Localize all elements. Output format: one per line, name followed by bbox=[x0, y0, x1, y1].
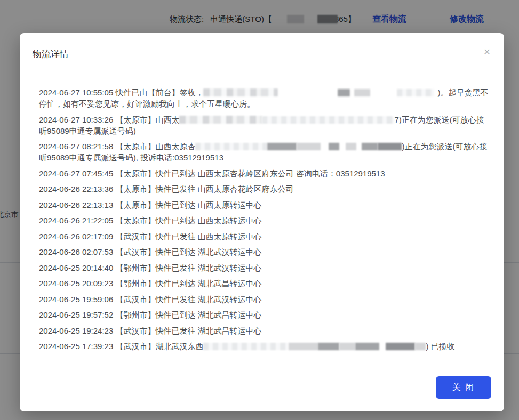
timeline-entry: 2024-06-27 10:33:26 【太原市】山西太7)正在为您派送(可放心… bbox=[39, 114, 491, 136]
timeline-text: 2024-06-27 07:45:45 【太原市】快件已到达 山西太原杏花岭区府… bbox=[39, 169, 385, 178]
timeline-text: 2024-06-26 22:13:13 【太原市】快件已到达 山西太原转运中心 bbox=[39, 200, 262, 209]
timeline-list: 2024-06-27 10:55:05 快件已由【前台】签收，)。起早贪黑不停忙… bbox=[20, 60, 504, 352]
timeline-text: 2024-06-27 10:33:26 【太原市】山西太 bbox=[39, 115, 179, 124]
timeline-text: 2024-06-26 02:17:09 【武汉市】快件已发往 山西太原转运中心 bbox=[39, 232, 262, 241]
redacted-block bbox=[203, 343, 289, 350]
close-button[interactable]: 关 闭 bbox=[436, 376, 491, 399]
timeline-text: 2024-06-25 19:57:52 【鄂州市】快件已到达 湖北武昌转运中心 bbox=[39, 310, 262, 319]
redacted-block bbox=[397, 89, 434, 96]
timeline-entry: 2024-06-25 19:57:52 【鄂州市】快件已到达 湖北武昌转运中心 bbox=[39, 309, 491, 320]
timeline-entry: 2024-06-26 02:07:53 【武汉市】快件已到达 湖北武汉转运中心 bbox=[39, 246, 491, 257]
redacted-block bbox=[339, 143, 346, 150]
redacted-block bbox=[370, 89, 397, 96]
timeline-entry: 2024-06-25 19:59:06 【武汉市】快件已发往 湖北武汉转运中心 bbox=[39, 294, 491, 305]
redacted-block bbox=[356, 143, 362, 150]
timeline-entry: 2024-06-25 17:39:23 【武汉市】湖北武汉东西) 已揽收 bbox=[39, 341, 491, 352]
timeline-text: 2024-06-25 19:24:23 【武汉市】快件已发往 湖北武昌转运中心 bbox=[39, 326, 262, 335]
redacted-block bbox=[321, 143, 329, 150]
modal-title: 物流详情 bbox=[33, 49, 69, 59]
timeline-text: 2024-06-27 08:21:58 【太原市】山西太原杏 bbox=[39, 142, 195, 151]
redacted-block bbox=[297, 143, 321, 150]
timeline-entry: 2024-06-26 22:13:36 【太原市】快件已发往 山西太原杏花岭区府… bbox=[39, 183, 491, 195]
timeline-entry: 2024-06-27 08:21:58 【太原市】山西太原杏)正在为您派送(可放… bbox=[39, 141, 491, 163]
timeline-entry: 2024-06-26 22:13:13 【太原市】快件已到达 山西太原转运中心 bbox=[39, 199, 491, 211]
redacted-block bbox=[318, 343, 339, 350]
timeline-entry: 2024-06-25 19:24:23 【武汉市】快件已发往 湖北武昌转运中心 bbox=[39, 325, 491, 336]
timeline-entry: 2024-06-27 07:45:45 【太原市】快件已到达 山西太原杏花岭区府… bbox=[39, 168, 491, 179]
timeline-entry: 2024-06-25 20:14:40 【鄂州市】快件已发往 湖北武汉转运中心 bbox=[39, 262, 491, 273]
modal-header: 物流详情 ✕ bbox=[20, 33, 504, 60]
timeline-entry: 2024-06-26 21:22:05 【太原市】快件已到达 山西太原转运中心 bbox=[39, 215, 491, 226]
timeline-text: 2024-06-25 19:59:06 【武汉市】快件已发往 湖北武汉转运中心 bbox=[39, 295, 262, 304]
redacted-block bbox=[350, 89, 354, 96]
redacted-block bbox=[379, 343, 386, 350]
redacted-block bbox=[339, 343, 355, 350]
redacted-block bbox=[195, 143, 267, 150]
redacted-block bbox=[354, 89, 370, 96]
timeline-text: 2024-06-25 20:14:40 【鄂州市】快件已发往 湖北武汉转运中心 bbox=[39, 263, 262, 272]
redacted-block bbox=[338, 89, 350, 96]
close-icon[interactable]: ✕ bbox=[481, 46, 493, 59]
timeline-entry: 2024-06-26 02:17:09 【武汉市】快件已发往 山西太原转运中心 bbox=[39, 231, 491, 242]
timeline-text: 2024-06-25 20:09:23 【鄂州市】快件已到达 湖北武昌转运中心 bbox=[39, 279, 262, 288]
modal-footer: 关 闭 bbox=[436, 376, 491, 399]
timeline-text: 2024-06-26 02:07:53 【武汉市】快件已到达 湖北武汉转运中心 bbox=[39, 247, 262, 256]
logistics-detail-modal: 物流详情 ✕ 2024-06-27 10:55:05 快件已由【前台】签收，)。… bbox=[20, 33, 504, 411]
redacted-block bbox=[362, 143, 378, 150]
redacted-block bbox=[329, 143, 339, 150]
timeline-entry: 2024-06-27 10:55:05 快件已由【前台】签收，)。起早贪黑不停忙… bbox=[39, 87, 491, 109]
redacted-block bbox=[355, 343, 379, 350]
timeline-text: 2024-06-27 10:55:05 快件已由【前台】签收， bbox=[39, 88, 203, 97]
redacted-block bbox=[179, 116, 262, 124]
timeline-entry: 2024-06-25 20:09:23 【鄂州市】快件已到达 湖北武昌转运中心 bbox=[39, 278, 491, 289]
redacted-block bbox=[378, 143, 402, 150]
timeline-text: 2024-06-26 22:13:36 【太原市】快件已发往 山西太原杏花岭区府… bbox=[39, 184, 294, 193]
timeline-text: 2024-06-26 21:22:05 【太原市】快件已到达 山西太原转运中心 bbox=[39, 216, 262, 225]
timeline-text: ) 已揽收 bbox=[426, 342, 454, 351]
redacted-block bbox=[346, 143, 356, 150]
redacted-block bbox=[278, 89, 338, 96]
timeline-text: 2024-06-25 17:39:23 【武汉市】湖北武汉东西 bbox=[39, 342, 203, 351]
redacted-block bbox=[415, 343, 426, 350]
redacted-block bbox=[262, 116, 394, 124]
redacted-block bbox=[267, 143, 297, 150]
redacted-block bbox=[203, 88, 278, 96]
redacted-block bbox=[386, 343, 415, 350]
redacted-block bbox=[289, 343, 318, 350]
